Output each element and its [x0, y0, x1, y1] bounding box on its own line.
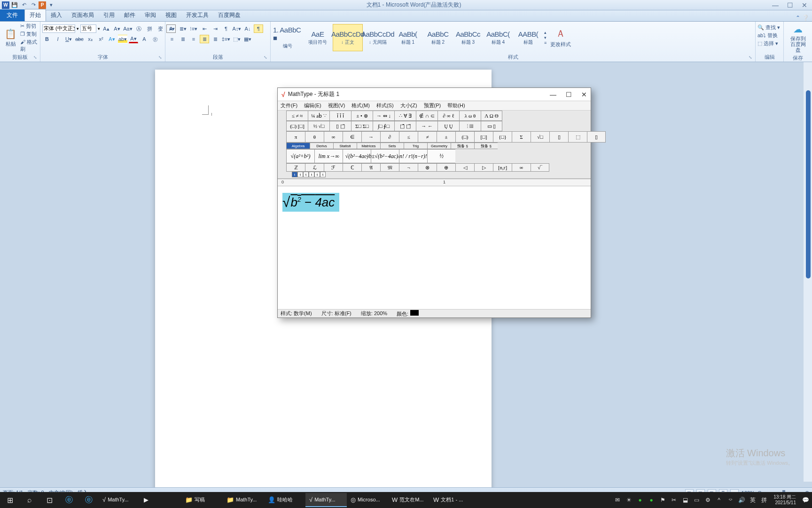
mt-row2-cell-1[interactable]: ½ √□: [308, 121, 329, 131]
mathtype-ruler[interactable]: 0 1: [278, 179, 591, 186]
mt-sizetab-3[interactable]: t: [303, 172, 309, 177]
shrink-font-icon[interactable]: A▾: [112, 24, 122, 33]
start-button[interactable]: ⊞: [0, 492, 20, 508]
mt-row3-cell-9[interactable]: (□): [455, 131, 474, 143]
mt-status-size[interactable]: 尺寸: 标准(F): [321, 310, 351, 317]
clipboard-launcher-icon[interactable]: ⤡: [33, 55, 39, 61]
style-gallery[interactable]: 1. AaBbC ■编号AaE项目符号AaBbCcDd↓ 正文AaBbCcDd↓…: [273, 24, 543, 51]
help-icon[interactable]: ❔: [802, 15, 809, 21]
mt-row3-cell-2[interactable]: ∞: [324, 131, 343, 143]
style-item-7[interactable]: AaBbC(标题 4: [483, 24, 513, 51]
mt-category-tab-7[interactable]: 预备 §: [451, 143, 474, 149]
taskbar-item-7[interactable]: W范文在M...: [388, 493, 429, 507]
mt-row4-cell-0[interactable]: ℤ: [286, 163, 305, 172]
edge-icon[interactable]: ⓔ: [79, 492, 99, 508]
clear-format-icon[interactable]: Ⓐ: [134, 24, 143, 33]
mt-sizetab-5[interactable]: t: [314, 172, 320, 177]
tab-baidu[interactable]: 百度网盘: [213, 9, 245, 21]
sort-icon[interactable]: A↓: [243, 24, 252, 33]
style-item-2[interactable]: AaBbCcDd↓ 正文: [333, 24, 363, 51]
mt-row3-cell-16[interactable]: ▯: [587, 131, 606, 143]
mt-row3-cell-5[interactable]: ∂: [380, 131, 399, 143]
mt-row2-cell-2[interactable]: ▯ □̈: [329, 121, 351, 131]
mt-row2-cell-4[interactable]: ∫□ ∮□: [373, 121, 394, 131]
change-case-icon[interactable]: Aa▾: [123, 24, 133, 33]
mt-row1-cell-8[interactable]: λ ω θ: [459, 111, 481, 121]
mt-row4-cell-2[interactable]: ℱ: [324, 163, 343, 172]
align-left-icon[interactable]: ≡: [167, 35, 177, 43]
tray-wechat-icon[interactable]: ●: [635, 495, 645, 505]
tab-file[interactable]: 文件: [0, 9, 24, 21]
para-launcher-icon[interactable]: ⤡: [264, 55, 269, 61]
tray-wifi-icon[interactable]: ⌔: [726, 495, 735, 505]
mt-row4-cell-13[interactable]: √‾: [531, 163, 549, 172]
grow-font-icon[interactable]: A▴: [102, 24, 111, 33]
mt-row2-cell-7[interactable]: Ų Ų: [437, 121, 459, 131]
style-item-6[interactable]: AaBbCc标题 3: [453, 24, 483, 51]
enclose-icon[interactable]: ㊛: [150, 35, 160, 43]
mt-row4-cell-3[interactable]: ℂ: [343, 163, 361, 172]
mt-row3-cell-13[interactable]: √□: [531, 131, 549, 143]
ppt-icon[interactable]: P: [39, 1, 46, 9]
tray-usb-icon[interactable]: ⬓: [680, 495, 690, 505]
mt-minimize-icon[interactable]: —: [550, 91, 556, 98]
mt-row4-cell-11[interactable]: [n,r]: [493, 163, 512, 172]
mt-category-tab-1[interactable]: Derivs: [310, 143, 333, 149]
font-launcher-icon[interactable]: ⤡: [158, 55, 164, 61]
mt-menu-0[interactable]: 文件(F): [281, 102, 297, 109]
mt-row4-cell-8[interactable]: ⊕: [437, 163, 455, 172]
mt-row1-cell-9[interactable]: Λ Ω Θ: [481, 111, 502, 121]
mt-row3-cell-15[interactable]: ⬚: [568, 131, 587, 143]
formula-selection[interactable]: √ b2 − 4ac: [282, 193, 339, 212]
mt-row3-cell-1[interactable]: θ: [305, 131, 324, 143]
mt-row1-cell-6[interactable]: ∉ ∩ ⊂: [416, 111, 437, 121]
tab-layout[interactable]: 页面布局: [67, 9, 99, 21]
bullets-icon[interactable]: ≡▾: [167, 24, 177, 33]
mt-row1-cell-4[interactable]: → ⇔ ↓: [373, 111, 394, 121]
tray-ime2[interactable]: 拼: [759, 495, 769, 505]
find-button[interactable]: 🔍 查找 ▾: [757, 24, 780, 31]
underline-icon[interactable]: U▾: [64, 35, 73, 43]
tray-chat-icon[interactable]: ●: [647, 495, 656, 505]
rtl-icon[interactable]: A↕▾: [232, 24, 242, 33]
mt-row4-cell-7[interactable]: ⊗: [418, 163, 437, 172]
mt-row2-cell-8[interactable]: ⦙ ▦: [459, 121, 481, 131]
mt-menu-4[interactable]: 样式(S): [376, 102, 394, 109]
tray-sound-icon[interactable]: 🔊: [737, 495, 746, 505]
mt-row3-cell-4[interactable]: →: [361, 131, 380, 143]
mt-row3-cell-10[interactable]: [□]: [474, 131, 493, 143]
mt-category-tab-0[interactable]: Algebra: [286, 143, 310, 149]
mt-row1-cell-7[interactable]: ∂ ∞ ℓ: [437, 111, 459, 121]
mt-row2-cell-3[interactable]: Σ□ Σ□: [351, 121, 373, 131]
mt-row3-cell-11[interactable]: {□}: [493, 131, 512, 143]
mt-row2-cell-5[interactable]: □̄ □⃗: [394, 121, 416, 131]
mt-row4-cell-5[interactable]: 𝔐: [380, 163, 399, 172]
minimize-icon[interactable]: —: [772, 1, 779, 9]
mt-row3-cell-0[interactable]: π: [286, 131, 305, 143]
distribute-icon[interactable]: ≣: [211, 35, 220, 43]
undo-icon[interactable]: ↶: [20, 1, 28, 9]
justify-icon[interactable]: ≣: [200, 35, 209, 43]
taskbar-item-0[interactable]: √MathTy...: [99, 493, 140, 507]
copy-button[interactable]: ❐ 复制: [20, 31, 38, 38]
tray-display-icon[interactable]: ▭: [692, 495, 701, 505]
font-color-icon[interactable]: A▾: [129, 35, 138, 43]
mt-row4-cell-10[interactable]: ▷: [474, 163, 493, 172]
taskbar-item-2[interactable]: 📁写稿: [181, 493, 223, 507]
mt-category-tab-2[interactable]: Statisti: [333, 143, 357, 149]
taskbar-item-5[interactable]: √MathTy...: [305, 493, 347, 507]
mt-row2-cell-9[interactable]: ▭ ▯: [481, 121, 502, 131]
ltr-icon[interactable]: ¶: [221, 24, 231, 33]
mt-menu-5[interactable]: 大小(Z): [400, 102, 417, 109]
char-border-icon[interactable]: 变: [156, 24, 165, 33]
taskbar-clock[interactable]: 13:18 周二 2021/5/11: [771, 494, 799, 506]
taskbar-item-4[interactable]: 👤哇哈哈: [264, 493, 305, 507]
mt-row3-cell-6[interactable]: ≤: [399, 131, 418, 143]
mt-row3-cell-7[interactable]: ≠: [418, 131, 437, 143]
notifications-icon[interactable]: 💬: [801, 495, 810, 505]
borders-icon[interactable]: ▦▾: [243, 35, 252, 43]
mt-category-tab-6[interactable]: Geometry: [427, 143, 451, 149]
italic-icon[interactable]: I: [53, 35, 62, 43]
tab-insert[interactable]: 插入: [46, 9, 67, 21]
select-button[interactable]: ⬚ 选择 ▾: [757, 40, 778, 47]
